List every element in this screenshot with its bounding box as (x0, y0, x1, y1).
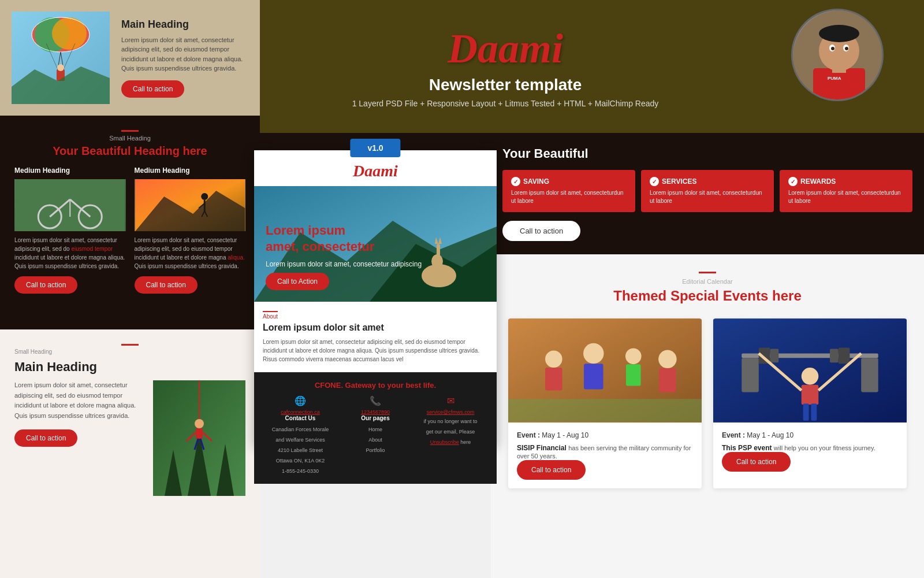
themed-heading: Themed Special Events here (508, 288, 907, 304)
footer-col-2: 📞 1234567890 Our pages HomeAboutPortfoli… (338, 395, 413, 475)
topleft-panel: Main Heading Lorem ipsum dolor sit amet,… (0, 0, 260, 116)
dark-right-panel: Your Beautiful ✓ SAVING Lorem ipsum dolo… (491, 133, 924, 254)
event1-body: Event : May 1 - Aug 10 SISIP Financial h… (508, 423, 702, 488)
svg-rect-77 (803, 403, 809, 421)
footer-link-2[interactable]: 1234567890 (338, 409, 413, 415)
bottom-cta[interactable]: Call to action (14, 429, 77, 447)
col-2: Medium Heading (135, 166, 246, 294)
brand-panel: Daami Newsletter template 1 Layerd PSD F… (260, 0, 751, 133)
bike-svg (14, 179, 126, 231)
svg-rect-63 (659, 368, 676, 392)
bottom-img-col (153, 380, 245, 496)
main-heading: Main Heading (121, 18, 248, 31)
col1-lorem: Lorem ipsum dolor sit amet, consectetur … (14, 236, 126, 271)
parachute-svg (12, 12, 110, 104)
svg-rect-70 (770, 349, 779, 363)
red-dash (121, 130, 139, 132)
template-hero-section: Lorem ipsum amet, consectetur Lorem ipsu… (254, 186, 497, 302)
hero-image (12, 12, 110, 104)
version-badge: v1.0 (350, 139, 400, 157)
svg-rect-67 (742, 358, 759, 392)
bottom-main-heading: Main Heading (14, 360, 245, 375)
events-panel: Editorial Calendar Themed Special Events… (491, 254, 924, 578)
hiker-svg (135, 179, 246, 231)
event2-cta[interactable]: Call to action (722, 452, 791, 472)
svg-point-73 (802, 368, 819, 385)
svg-rect-64 (508, 399, 702, 421)
your-beautiful-heading: Your Beautiful (502, 146, 912, 161)
bungee-svg (153, 380, 245, 496)
svg-rect-71 (830, 349, 839, 363)
event2-image (713, 318, 907, 423)
bottom-left-panel: Small Heading Main Heading Lorem ipsum d… (0, 329, 260, 578)
globe-icon: 🌐 (263, 395, 338, 406)
bottom-text-col: Lorem ipsum dolor sit amet, consectetur … (14, 380, 144, 496)
bungee-image (153, 380, 245, 496)
footer-columns: 🌐 cafconnection.ca Contact Us Canadian F… (263, 395, 488, 475)
svg-rect-59 (584, 364, 603, 389)
saving-card: ✓ SAVING Lorem ipsum dolor sit amet, con… (502, 170, 635, 212)
bike-image (14, 179, 126, 231)
svg-rect-57 (545, 368, 562, 390)
svg-rect-68 (861, 358, 878, 392)
small-heading: Small Heading (14, 135, 245, 142)
col2-cta[interactable]: Call to action (135, 276, 198, 294)
editorial-label: Editorial Calendar (508, 278, 907, 285)
svg-point-30 (201, 193, 208, 200)
two-col-layout: Medium Heading Lorem ipsum dolor sit ame… (14, 166, 245, 294)
check-icon-saving: ✓ (511, 177, 520, 186)
hero-cta-button[interactable]: Call to Action (266, 273, 329, 290)
services-text: Lorem ipsum dolor sit amet, consecteturd… (650, 189, 765, 205)
brand-features: 1 Layerd PSD File + Responsive Layout + … (352, 99, 659, 108)
saving-text: Lorem ipsum dolor sit amet, consecteturd… (511, 189, 627, 205)
footer-col2-text: HomeAboutPortfolio (366, 427, 385, 453)
template-preview: v1.0 Daami Lorem (254, 150, 497, 445)
svg-rect-50 (196, 428, 203, 439)
event-card-2: Event : May 1 - Aug 10 This PSP event wi… (713, 318, 907, 488)
check-icon-rewards: ✓ (788, 177, 798, 186)
svg-point-60 (625, 349, 642, 365)
svg-rect-13 (813, 68, 865, 101)
footer-col2-label: Our pages (338, 415, 413, 421)
svg-point-20 (845, 47, 848, 50)
profile-avatar: PUMA (791, 9, 884, 101)
lorem-paragraph: Lorem ipsum dolor sit amet, consectetur … (121, 35, 248, 73)
profile-svg: PUMA (793, 10, 884, 101)
event1-org: SISIP Financial has been serving the mil… (517, 444, 693, 460)
footer-link-1[interactable]: cafconnection.ca (263, 409, 338, 415)
col1-heading: Medium Heading (14, 166, 126, 175)
footer-col1-label: Contact Us (263, 415, 338, 421)
about-heading: Lorem ipsum dolor sit amet (263, 323, 488, 333)
hiker-image (135, 179, 246, 231)
check-icon-services: ✓ (650, 177, 659, 186)
event2-body: Event : May 1 - Aug 10 This PSP event wi… (713, 423, 907, 480)
svg-point-58 (583, 343, 603, 364)
svg-point-49 (195, 419, 204, 428)
services-card: ✓ SERVICES Lorem ipsum dolor sit amet, c… (641, 170, 774, 212)
event2-org: This PSP event will help you on your fit… (722, 444, 898, 452)
template-footer: CFONE. Gateway to your best life. 🌐 cafc… (254, 372, 497, 484)
events-row: Event : May 1 - Aug 10 SISIP Financial h… (508, 318, 907, 488)
big-heading: Your Beautiful Heading here (14, 144, 245, 158)
features-cta-button[interactable]: Call to action (502, 221, 580, 241)
svg-rect-74 (802, 385, 819, 405)
cta-button[interactable]: Call to action (121, 80, 184, 98)
event1-cta[interactable]: Call to action (517, 460, 586, 480)
col2-lorem: Lorem ipsum dolor sit amet, consectetur … (135, 236, 246, 271)
footer-col-1: 🌐 cafconnection.ca Contact Us Canadian F… (263, 395, 338, 475)
rewards-title: ✓ REWARDS (788, 177, 904, 186)
svg-rect-78 (811, 403, 817, 421)
svg-rect-41 (437, 244, 440, 264)
svg-point-19 (831, 47, 834, 50)
hero-text: Lorem ipsum amet, consectetur Lorem ipsu… (266, 223, 422, 290)
footer-link-3[interactable]: service@cfmws.com (413, 409, 488, 415)
brand-subtitle: Newsletter template (429, 76, 582, 94)
kids-event-svg (508, 318, 702, 423)
event-card-1: Event : May 1 - Aug 10 SISIP Financial h… (508, 318, 702, 488)
col1-cta[interactable]: Call to action (14, 276, 77, 294)
topleft-text-block: Main Heading Lorem ipsum dolor sit amet,… (110, 18, 248, 98)
red-dash-2 (121, 344, 139, 346)
event2-date: Event : May 1 - Aug 10 (722, 431, 898, 439)
gym-event-svg (713, 318, 907, 423)
svg-point-10 (57, 64, 64, 71)
